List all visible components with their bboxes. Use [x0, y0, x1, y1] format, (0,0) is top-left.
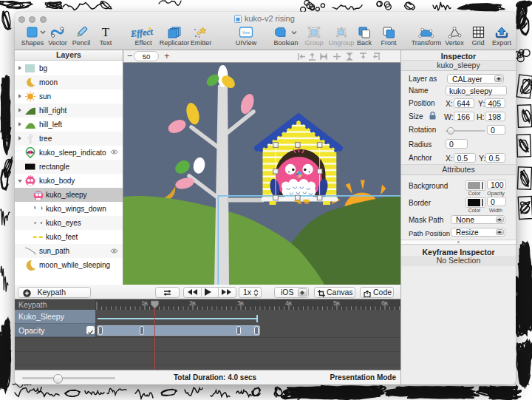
svg-text:4s: 4s [285, 299, 292, 307]
svg-text:3s: 3s [237, 299, 244, 307]
svg-text:1s: 1s [141, 299, 148, 307]
svg-text:5s: 5s [333, 299, 340, 307]
svg-text:6s: 6s [381, 299, 388, 307]
svg-text:View: View [242, 31, 250, 35]
svg-text:2s: 2s [189, 299, 196, 307]
